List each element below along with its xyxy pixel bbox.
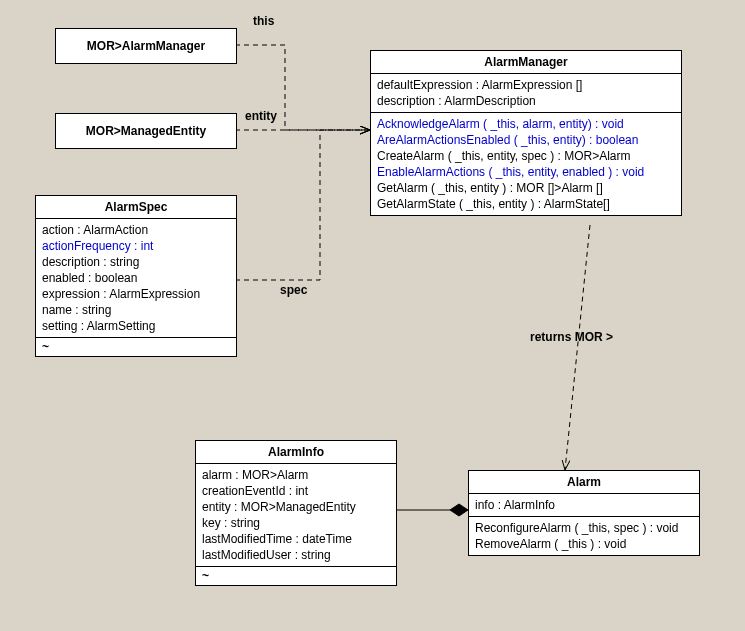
class-title: AlarmInfo <box>196 441 396 464</box>
class-alarm-manager: AlarmManager defaultExpression : AlarmEx… <box>370 50 682 216</box>
member-row: lastModifiedTime : dateTime <box>202 531 390 547</box>
uml-canvas: this entity spec returns MOR > MOR>Alarm… <box>0 0 745 631</box>
member-row: lastModifiedUser : string <box>202 547 390 563</box>
edge-label-entity: entity <box>245 109 277 123</box>
member-row: ReconfigureAlarm ( _this, spec ) : void <box>475 520 693 536</box>
member-row: defaultExpression : AlarmExpression [] <box>377 77 675 93</box>
operations: AcknowledgeAlarm ( _this, alarm, entity)… <box>371 113 681 215</box>
class-alarm: Alarm info : AlarmInfo ReconfigureAlarm … <box>468 470 700 556</box>
member-row: enabled : boolean <box>42 270 230 286</box>
edge-label-spec: spec <box>280 283 307 297</box>
class-mor-alarm-manager: MOR>AlarmManager <box>55 28 237 64</box>
class-title: MOR>ManagedEntity <box>56 114 236 148</box>
member-row: action : AlarmAction <box>42 222 230 238</box>
class-alarm-info: AlarmInfo alarm : MOR>AlarmcreationEvent… <box>195 440 397 586</box>
edge-label-this: this <box>253 14 274 28</box>
operations: ReconfigureAlarm ( _this, spec ) : voidR… <box>469 517 699 555</box>
attributes: info : AlarmInfo <box>469 494 699 517</box>
member-row: expression : AlarmExpression <box>42 286 230 302</box>
member-row: description : AlarmDescription <box>377 93 675 109</box>
member-row: AreAlarmActionsEnabled ( _this, entity) … <box>377 132 675 148</box>
member-row: CreateAlarm ( _this, entity, spec ) : MO… <box>377 148 675 164</box>
member-row: RemoveAlarm ( _this ) : void <box>475 536 693 552</box>
class-title: AlarmManager <box>371 51 681 74</box>
member-row: creationEventId : int <box>202 483 390 499</box>
etc-indicator: ~ <box>196 567 396 585</box>
edge-label-returns-mor: returns MOR > <box>530 330 613 344</box>
class-title: MOR>AlarmManager <box>56 29 236 63</box>
member-row: GetAlarm ( _this, entity ) : MOR []>Alar… <box>377 180 675 196</box>
member-row: name : string <box>42 302 230 318</box>
attributes: action : AlarmActionactionFrequency : in… <box>36 219 236 338</box>
member-row: info : AlarmInfo <box>475 497 693 513</box>
member-row: key : string <box>202 515 390 531</box>
member-row: AcknowledgeAlarm ( _this, alarm, entity)… <box>377 116 675 132</box>
member-row: GetAlarmState ( _this, entity ) : AlarmS… <box>377 196 675 212</box>
attributes: alarm : MOR>AlarmcreationEventId : inten… <box>196 464 396 567</box>
member-row: setting : AlarmSetting <box>42 318 230 334</box>
class-alarm-spec: AlarmSpec action : AlarmActionactionFreq… <box>35 195 237 357</box>
class-mor-managed-entity: MOR>ManagedEntity <box>55 113 237 149</box>
member-row: entity : MOR>ManagedEntity <box>202 499 390 515</box>
member-row: alarm : MOR>Alarm <box>202 467 390 483</box>
member-row: EnableAlarmActions ( _this, entity, enab… <box>377 164 675 180</box>
class-title: AlarmSpec <box>36 196 236 219</box>
etc-indicator: ~ <box>36 338 236 356</box>
member-row: description : string <box>42 254 230 270</box>
member-row: actionFrequency : int <box>42 238 230 254</box>
svg-marker-1 <box>450 504 468 516</box>
attributes: defaultExpression : AlarmExpression []de… <box>371 74 681 113</box>
class-title: Alarm <box>469 471 699 494</box>
